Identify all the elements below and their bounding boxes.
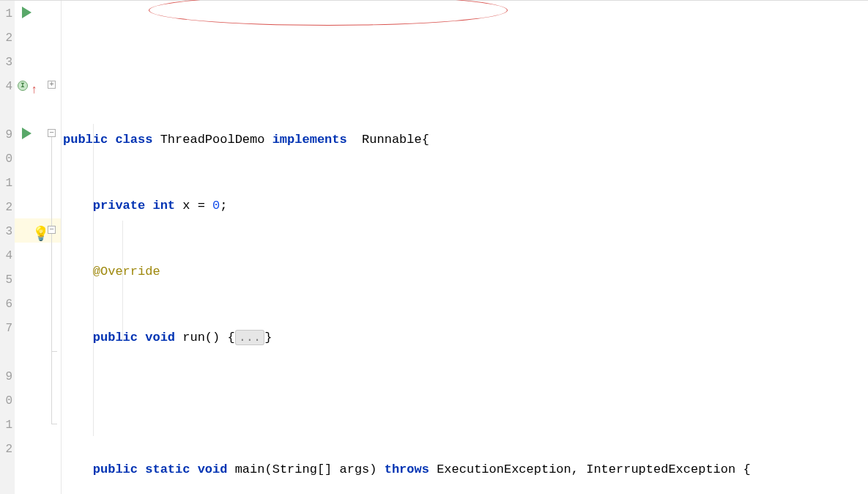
code-line[interactable]: public static void main(String[] args) t… bbox=[62, 457, 868, 482]
line-number: 5 bbox=[0, 268, 15, 292]
line-number bbox=[0, 99, 15, 123]
line-number: 3 bbox=[0, 220, 15, 244]
line-number: 2 bbox=[0, 438, 15, 462]
code-editor[interactable]: 1 2 3 4 9 0 1 2 3 4 5 6 7 9 0 1 2 I ↑ 💡 bbox=[0, 0, 868, 494]
code-line[interactable]: public void run() {...} bbox=[62, 325, 868, 350]
line-number: 4 bbox=[0, 75, 15, 99]
run-icon[interactable] bbox=[22, 7, 31, 18]
line-number: 1 bbox=[0, 172, 15, 196]
fold-gutter: + − − bbox=[45, 1, 62, 494]
line-number bbox=[0, 341, 15, 365]
gutter-icon-column: I ↑ 💡 bbox=[15, 1, 45, 494]
line-number: 1 bbox=[0, 2, 15, 26]
line-number: 7 bbox=[0, 317, 15, 341]
line-number: 9 bbox=[0, 123, 15, 147]
fold-expand-icon[interactable]: + bbox=[48, 81, 56, 89]
code-line[interactable]: private int x = 0; bbox=[62, 193, 868, 218]
line-number: 0 bbox=[0, 389, 15, 413]
folded-code-icon[interactable]: ... bbox=[235, 330, 265, 345]
line-number: 2 bbox=[0, 196, 15, 220]
override-icon[interactable]: I bbox=[18, 81, 28, 91]
line-number: 6 bbox=[0, 292, 15, 317]
annotation-ellipse bbox=[149, 0, 508, 26]
line-number: 3 bbox=[0, 51, 15, 75]
line-number: 0 bbox=[0, 147, 15, 172]
line-number: 4 bbox=[0, 244, 15, 268]
code-line[interactable]: @Override bbox=[62, 259, 868, 284]
code-line[interactable]: public class ThreadPoolDemo implements R… bbox=[62, 128, 868, 152]
line-number: 9 bbox=[0, 365, 15, 389]
run-icon[interactable] bbox=[22, 128, 31, 139]
line-number: 1 bbox=[0, 413, 15, 438]
line-number: 2 bbox=[0, 26, 15, 51]
line-number-gutter: 1 2 3 4 9 0 1 2 3 4 5 6 7 9 0 1 2 bbox=[0, 1, 15, 494]
code-area[interactable]: public class ThreadPoolDemo implements R… bbox=[62, 1, 868, 494]
code-line[interactable] bbox=[62, 391, 868, 416]
fold-collapse-icon[interactable]: − bbox=[48, 129, 56, 137]
fold-collapse-icon[interactable]: − bbox=[48, 226, 56, 234]
